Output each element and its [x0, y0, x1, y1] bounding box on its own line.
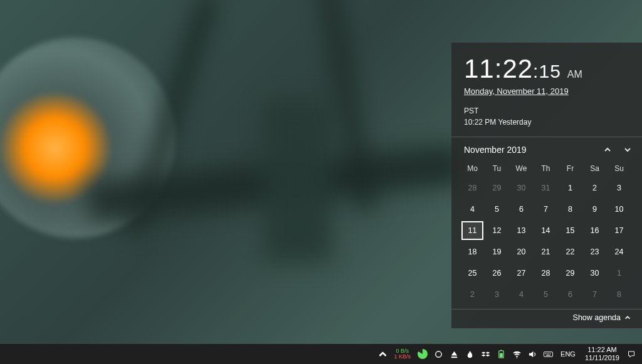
calendar-day[interactable]: 4 [509, 284, 534, 305]
flame-icon[interactable] [462, 344, 478, 364]
svg-rect-6 [545, 353, 546, 353]
calendar-day[interactable]: 28 [460, 177, 485, 199]
calendar-day[interactable]: 21 [534, 241, 558, 263]
language-indicator[interactable]: ENG [556, 344, 580, 364]
clock-hhmm: 11:22 [464, 54, 533, 83]
calendar-day[interactable]: 27 [509, 263, 534, 284]
calendar-day[interactable]: 26 [485, 263, 509, 284]
calendar-day[interactable]: 13 [509, 220, 534, 241]
current-time: 11:22:15 AM [464, 54, 629, 84]
battery-icon[interactable] [493, 344, 509, 364]
calendar-day[interactable]: 6 [558, 284, 582, 305]
calendar-day[interactable]: 7 [534, 199, 558, 220]
tz-time: 10:22 PM Yesterday [464, 117, 629, 128]
calendar-day[interactable]: 28 [534, 263, 558, 284]
dropbox-icon[interactable] [478, 344, 493, 364]
svg-rect-7 [547, 353, 547, 353]
dow-label: Su [607, 160, 631, 177]
dow-label: Tu [485, 160, 509, 177]
calendar-day[interactable]: 22 [558, 241, 582, 263]
taskbar-clock[interactable]: 11:22 AM 11/11/2019 [580, 344, 624, 364]
dow-label: Mo [460, 160, 485, 177]
calendar-day[interactable]: 30 [509, 177, 534, 199]
calendar-week-row: 11121314151617 [460, 220, 633, 241]
calendar-day[interactable]: 5 [485, 199, 509, 220]
app-tray-icon[interactable] [431, 344, 446, 364]
clock-calendar-flyout: 11:22:15 AM Monday, November 11, 2019 PS… [451, 43, 642, 328]
svg-rect-5 [544, 351, 553, 356]
month-label[interactable]: November 2019 [464, 145, 527, 155]
calendar-week-row: 18192021222324 [460, 241, 633, 263]
next-month-button[interactable] [623, 145, 632, 154]
network-speed-indicator[interactable]: 0 B/s 1 KB/s [391, 344, 415, 364]
prev-month-button[interactable] [603, 145, 612, 154]
taskbar-date: 11/11/2019 [585, 354, 619, 362]
calendar-day[interactable]: 3 [485, 284, 509, 305]
calendar-day[interactable]: 6 [509, 199, 534, 220]
net-download: 1 KB/s [394, 354, 411, 360]
svg-point-4 [517, 357, 518, 358]
svg-rect-3 [500, 350, 502, 350]
calendar-day[interactable]: 29 [558, 263, 582, 284]
svg-rect-9 [550, 353, 550, 353]
calendar-day[interactable]: 25 [460, 263, 485, 284]
clock-time: 11:22:15 [464, 54, 561, 84]
calendar-day[interactable]: 23 [582, 241, 607, 263]
calendar-day[interactable]: 3 [607, 177, 631, 199]
dow-row: MoTuWeThFrSaSu [460, 160, 633, 177]
disk-usage-icon[interactable] [414, 344, 431, 364]
volume-icon[interactable] [525, 344, 540, 364]
dow-label: Sa [582, 160, 607, 177]
calendar-day[interactable]: 2 [460, 284, 485, 305]
calendar-day[interactable]: 17 [607, 220, 631, 241]
action-center-button[interactable] [624, 344, 638, 364]
calendar-week-row: 28293031123 [460, 177, 633, 199]
tz-label: PST [464, 105, 629, 117]
system-tray: 0 B/s 1 KB/s ENG 11:2 [375, 344, 642, 364]
tray-overflow-button[interactable] [375, 344, 391, 364]
show-agenda-button[interactable]: Show agenda [451, 309, 642, 328]
taskbar-time: 11:22 AM [587, 346, 616, 354]
calendar-day[interactable]: 4 [460, 199, 485, 220]
calendar-week-row: 45678910 [460, 199, 633, 220]
additional-clock: PST 10:22 PM Yesterday [464, 105, 629, 128]
calendar-day[interactable]: 18 [460, 241, 485, 263]
calendar-day[interactable]: 24 [607, 241, 631, 263]
calendar-day[interactable]: 14 [534, 220, 558, 241]
calendar-day[interactable]: 12 [485, 220, 509, 241]
svg-point-0 [436, 351, 441, 356]
calendar-day[interactable]: 30 [582, 263, 607, 284]
calendar-day[interactable]: 19 [485, 241, 509, 263]
calendar-day[interactable]: 20 [509, 241, 534, 263]
clock-seconds: :15 [533, 61, 561, 81]
calendar-day[interactable]: 5 [534, 284, 558, 305]
calendar-day[interactable]: 16 [582, 220, 607, 241]
calendar-day[interactable]: 2 [582, 177, 607, 199]
calendar-day[interactable]: 8 [558, 199, 582, 220]
svg-rect-2 [500, 353, 503, 357]
calendar-day[interactable]: 29 [485, 177, 509, 199]
clock-ampm: AM [567, 69, 582, 80]
calendar-day[interactable]: 10 [607, 199, 631, 220]
show-desktop-button[interactable] [638, 344, 642, 364]
date-link[interactable]: Monday, November 11, 2019 [464, 86, 569, 96]
taskbar: 0 B/s 1 KB/s ENG 11:2 [0, 344, 642, 364]
language-label: ENG [560, 350, 576, 358]
calendar-day[interactable]: 7 [582, 284, 607, 305]
calendar-day[interactable]: 1 [607, 263, 631, 284]
keyboard-icon[interactable] [540, 344, 556, 364]
calendar-day[interactable]: 8 [607, 284, 631, 305]
dow-label: We [509, 160, 534, 177]
dow-label: Fr [558, 160, 582, 177]
calendar-day[interactable]: 31 [534, 177, 558, 199]
agenda-label: Show agenda [573, 313, 621, 322]
calendar-day[interactable]: 9 [582, 199, 607, 220]
chevron-up-icon [624, 315, 631, 321]
calendar-day[interactable]: 15 [558, 220, 582, 241]
wifi-icon[interactable] [509, 344, 525, 364]
dow-label: Th [534, 160, 558, 177]
calendar-day-today[interactable]: 11 [461, 221, 483, 240]
calendar-day[interactable]: 1 [558, 177, 582, 199]
calendar-grid: MoTuWeThFrSaSu 2829303112345678910111213… [451, 160, 642, 309]
eject-icon[interactable] [446, 344, 462, 364]
